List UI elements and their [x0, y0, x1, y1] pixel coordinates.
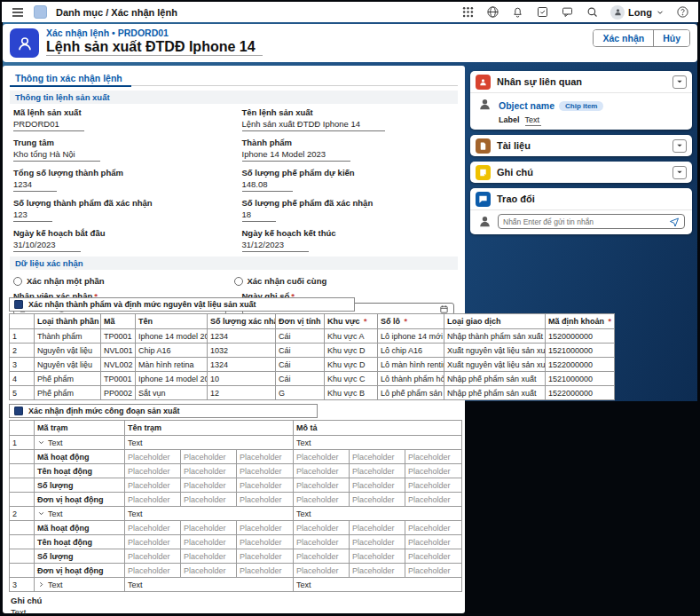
- table-cell[interactable]: Nhập phế phẩm sản xuất: [444, 386, 546, 400]
- placeholder-cell[interactable]: Placeholder: [350, 493, 405, 507]
- placeholder-cell[interactable]: Placeholder: [294, 450, 350, 464]
- placeholder-cell[interactable]: Placeholder: [294, 478, 350, 493]
- products-checkbox[interactable]: [14, 300, 23, 309]
- table-cell[interactable]: 1234: [208, 329, 276, 344]
- radio-partial-confirm[interactable]: Xác nhận một phần: [13, 276, 234, 286]
- table-cell[interactable]: Nhập thành phẩm sản xuất: [444, 329, 546, 344]
- field-value[interactable]: 18: [242, 210, 277, 222]
- placeholder-cell[interactable]: Placeholder: [405, 450, 462, 464]
- table-cell[interactable]: 1520000000: [546, 329, 615, 344]
- radio-circle[interactable]: [234, 277, 243, 286]
- placeholder-cell[interactable]: Placeholder: [181, 493, 237, 507]
- field-value[interactable]: 148.08: [242, 180, 293, 192]
- field-value[interactable]: 31/12/2023: [242, 241, 310, 252]
- placeholder-cell[interactable]: Placeholder: [181, 464, 237, 478]
- table-cell[interactable]: 1522000000: [546, 358, 615, 372]
- placeholder-cell[interactable]: Placeholder: [237, 464, 294, 478]
- placeholder-cell[interactable]: Placeholder: [294, 464, 350, 478]
- bell-icon[interactable]: [511, 5, 524, 19]
- placeholder-cell[interactable]: Placeholder: [237, 493, 294, 507]
- station-code-cell[interactable]: Text: [35, 578, 125, 592]
- table-cell[interactable]: Xuất nguyên vật liệu sản xuất: [444, 344, 546, 358]
- help-icon[interactable]: [676, 5, 689, 19]
- placeholder-cell[interactable]: Placeholder: [405, 521, 462, 535]
- placeholder-cell[interactable]: Placeholder: [405, 493, 462, 507]
- table-cell[interactable]: Phế phẩm: [35, 386, 101, 400]
- placeholder-cell[interactable]: Placeholder: [350, 549, 405, 564]
- placeholder-cell[interactable]: Placeholder: [237, 450, 294, 464]
- table-cell[interactable]: Cái: [276, 344, 325, 358]
- table-cell[interactable]: Nguyên vật liệu: [35, 344, 101, 358]
- station-code-cell[interactable]: Text: [35, 507, 125, 521]
- table-cell[interactable]: PP0002: [101, 386, 136, 400]
- table-cell[interactable]: Cái: [276, 329, 325, 344]
- send-icon[interactable]: [669, 217, 680, 227]
- placeholder-cell[interactable]: Placeholder: [350, 564, 405, 578]
- table-cell[interactable]: Chip A16: [136, 344, 208, 358]
- placeholder-cell[interactable]: Placeholder: [237, 521, 294, 535]
- user-menu[interactable]: Long: [610, 5, 665, 20]
- placeholder-cell[interactable]: Placeholder: [181, 549, 237, 564]
- table-cell[interactable]: Lô iphone 14 mới: [378, 329, 444, 344]
- note-value[interactable]: Text: [11, 608, 52, 616]
- table-cell[interactable]: Lô chip A16: [378, 344, 444, 358]
- placeholder-cell[interactable]: Placeholder: [125, 564, 181, 578]
- table-cell[interactable]: NVL001: [101, 344, 136, 358]
- table-cell[interactable]: Lô phế phẩm sản xuất: [378, 386, 444, 400]
- placeholder-cell[interactable]: Placeholder: [125, 535, 181, 549]
- table-cell[interactable]: Sắt vụn: [136, 386, 208, 400]
- globe-icon[interactable]: [486, 5, 499, 19]
- placeholder-cell[interactable]: Placeholder: [405, 535, 462, 549]
- placeholder-cell[interactable]: Placeholder: [237, 535, 294, 549]
- table-cell[interactable]: 1324: [208, 358, 276, 372]
- placeholder-cell[interactable]: Placeholder: [237, 564, 294, 578]
- placeholder-cell[interactable]: Placeholder: [125, 450, 181, 464]
- station-name-cell[interactable]: Text: [125, 436, 294, 450]
- field-value[interactable]: Iphone 14 Model 2023: [242, 150, 351, 162]
- placeholder-cell[interactable]: Placeholder: [181, 535, 237, 549]
- table-cell[interactable]: Khu vực D: [325, 344, 378, 358]
- station-desc-cell[interactable]: Text: [294, 578, 462, 592]
- placeholder-cell[interactable]: Placeholder: [125, 478, 181, 493]
- menu-icon[interactable]: [11, 5, 25, 20]
- placeholder-cell[interactable]: Placeholder: [294, 549, 350, 564]
- table-cell[interactable]: Khu vực C: [325, 372, 378, 386]
- station-name-cell[interactable]: Text: [125, 578, 294, 592]
- confirm-button[interactable]: Xác nhận: [594, 30, 653, 46]
- field-value[interactable]: Lệnh sản xuất ĐTDĐ Iphone 14: [242, 120, 386, 131]
- placeholder-cell[interactable]: Placeholder: [125, 549, 181, 564]
- expand-button[interactable]: [672, 166, 687, 179]
- station-name-cell[interactable]: Text: [125, 507, 294, 521]
- table-cell[interactable]: TP0001: [101, 329, 136, 344]
- radio-final-confirm[interactable]: Xác nhận cuối cùng: [234, 276, 455, 286]
- table-cell[interactable]: Iphone 14 model 2023: [136, 372, 208, 386]
- table-cell[interactable]: Lô thành phẩm hỏng: [378, 372, 444, 386]
- tab-confirm-info[interactable]: Thông tin xác nhận lệnh: [10, 71, 131, 87]
- expand-button[interactable]: [672, 139, 687, 153]
- app-logo[interactable]: [34, 5, 47, 19]
- placeholder-cell[interactable]: Placeholder: [294, 535, 350, 549]
- placeholder-cell[interactable]: Placeholder: [405, 464, 462, 478]
- placeholder-cell[interactable]: Placeholder: [405, 564, 462, 578]
- table-cell[interactable]: G: [276, 386, 325, 400]
- search-icon[interactable]: [586, 5, 599, 19]
- placeholder-cell[interactable]: Placeholder: [125, 521, 181, 535]
- placeholder-cell[interactable]: Placeholder: [181, 450, 237, 464]
- table-cell[interactable]: Lô màn hình rentina: [378, 358, 444, 372]
- placeholder-cell[interactable]: Placeholder: [237, 549, 294, 564]
- placeholder-cell[interactable]: Placeholder: [294, 493, 350, 507]
- placeholder-cell[interactable]: Placeholder: [181, 564, 237, 578]
- object-name-link[interactable]: Object name: [499, 100, 554, 111]
- station-desc-cell[interactable]: Text: [294, 507, 462, 521]
- station-code-cell[interactable]: Text: [35, 436, 125, 450]
- table-cell[interactable]: 1522000000: [546, 386, 615, 400]
- table-cell[interactable]: Màn hình retina: [136, 358, 208, 372]
- table-cell[interactable]: TP0001: [101, 372, 136, 386]
- field-value[interactable]: 123: [13, 210, 52, 222]
- radio-circle[interactable]: [13, 277, 22, 286]
- cancel-button[interactable]: Hủy: [653, 30, 689, 46]
- table-cell[interactable]: NVL002: [101, 358, 136, 372]
- placeholder-cell[interactable]: Placeholder: [405, 478, 462, 493]
- station-desc-cell[interactable]: Text: [294, 436, 462, 450]
- table-cell[interactable]: 1521000000: [546, 372, 615, 386]
